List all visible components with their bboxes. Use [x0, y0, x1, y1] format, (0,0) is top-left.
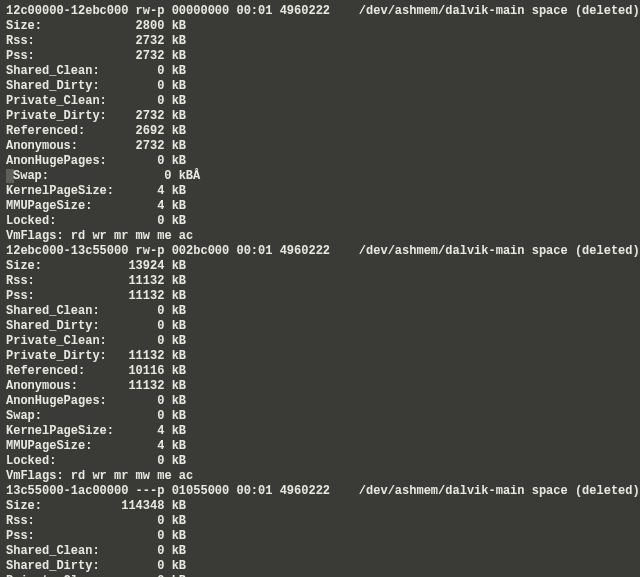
smaps-entry: Rss: 11132 kB — [6, 274, 634, 289]
smaps-entry: Shared_Clean: 0 kB — [6, 64, 634, 79]
smaps-entry: KernelPageSize: 4 kB — [6, 184, 634, 199]
smaps-entry: Anonymous: 2732 kB — [6, 139, 634, 154]
smaps-entry: Size: 13924 kB — [6, 259, 634, 274]
smaps-entry: Swap: 0 kB — [6, 409, 634, 424]
smaps-entry: Private_Dirty: 11132 kB — [6, 349, 634, 364]
smaps-entry: Anonymous: 11132 kB — [6, 379, 634, 394]
smaps-entry: Private_Clean: 0 kB — [6, 94, 634, 109]
smaps-entry: MMUPageSize: 4 kB — [6, 439, 634, 454]
smaps-entry: Swap: 0 kBÅ — [6, 169, 634, 184]
smaps-entry: AnonHugePages: 0 kB — [6, 154, 634, 169]
smaps-region-header: 12ebc000-13c55000 rw-p 002bc000 00:01 49… — [6, 244, 634, 259]
smaps-entry: Rss: 2732 kB — [6, 34, 634, 49]
smaps-entry: Size: 114348 kB — [6, 499, 634, 514]
smaps-entry: Rss: 0 kB — [6, 514, 634, 529]
smaps-entry: Shared_Clean: 0 kB — [6, 544, 634, 559]
smaps-entry: Pss: 0 kB — [6, 529, 634, 544]
smaps-entry: Private_Dirty: 2732 kB — [6, 109, 634, 124]
smaps-entry: Pss: 11132 kB — [6, 289, 634, 304]
smaps-entry: Referenced: 2692 kB — [6, 124, 634, 139]
smaps-entry: Private_Clean: 0 kB — [6, 334, 634, 349]
smaps-entry: AnonHugePages: 0 kB — [6, 394, 634, 409]
smaps-entry: Shared_Dirty: 0 kB — [6, 559, 634, 574]
smaps-region-header: 13c55000-1ac00000 ---p 01055000 00:01 49… — [6, 484, 634, 499]
smaps-entry: KernelPageSize: 4 kB — [6, 424, 634, 439]
smaps-entry: Pss: 2732 kB — [6, 49, 634, 64]
smaps-region-header: 12c00000-12ebc000 rw-p 00000000 00:01 49… — [6, 4, 634, 19]
smaps-entry: Referenced: 10116 kB — [6, 364, 634, 379]
smaps-entry: Shared_Dirty: 0 kB — [6, 319, 634, 334]
smaps-vmflags: VmFlags: rd wr mr mw me ac — [6, 229, 634, 244]
terminal-output: 12c00000-12ebc000 rw-p 00000000 00:01 49… — [6, 4, 634, 577]
smaps-entry: Size: 2800 kB — [6, 19, 634, 34]
smaps-entry: Shared_Dirty: 0 kB — [6, 79, 634, 94]
smaps-vmflags: VmFlags: rd wr mr mw me ac — [6, 469, 634, 484]
smaps-entry: Shared_Clean: 0 kB — [6, 304, 634, 319]
smaps-entry: Locked: 0 kB — [6, 214, 634, 229]
smaps-entry: MMUPageSize: 4 kB — [6, 199, 634, 214]
smaps-entry: Locked: 0 kB — [6, 454, 634, 469]
